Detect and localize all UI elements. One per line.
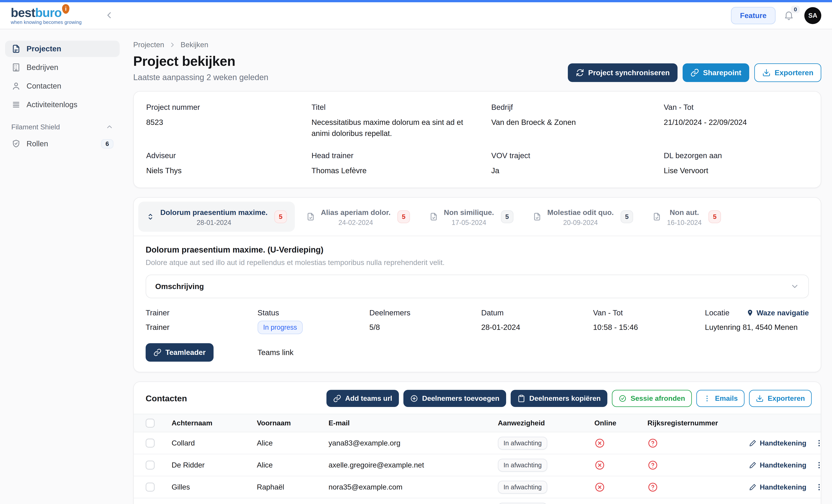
check-circle-icon [619, 395, 627, 402]
cell-achternaam: Gilles [172, 483, 257, 491]
dots-vertical-icon [815, 461, 821, 469]
file-check-icon [532, 212, 542, 221]
cell-email: axelle.gregoire@example.net [329, 461, 498, 469]
add-participants-button[interactable]: Deelnemers toevoegen [404, 390, 506, 407]
field-label: Titel [312, 103, 478, 112]
sidebar-item-projecten[interactable]: Projecten [5, 41, 120, 57]
map-pin-icon [746, 309, 754, 317]
breadcrumb-projecten[interactable]: Projecten [133, 41, 164, 49]
pencil-icon [749, 461, 756, 469]
field-value: Necessitatibus maxime dolorum ea sint ad… [312, 117, 475, 139]
field-label: Bedrijf [491, 103, 650, 112]
row-menu-button[interactable] [814, 482, 821, 493]
session-tab-3[interactable]: Non similique.17-05-2024 5 [421, 202, 521, 232]
feature-button[interactable]: Feature [731, 7, 776, 24]
cell-voornaam: Alice [257, 439, 329, 447]
field-label: Van - Tot [664, 103, 808, 112]
field-value: 8523 [146, 117, 298, 128]
rollen-count-badge: 6 [101, 139, 113, 149]
table-header-row: Achternaam Voornaam E-mail Aanwezigheid … [134, 414, 821, 432]
sidebar-item-label: Rollen [27, 139, 48, 148]
avatar[interactable]: SA [804, 7, 821, 24]
field-label: Head trainer [312, 151, 478, 160]
logo-text-buro: buro [35, 6, 62, 19]
info-field: Head trainer Thomas Lefèvre [312, 151, 478, 176]
info-field: Van - Tot 21/10/2024 - 22/09/2024 [664, 103, 808, 139]
field-label: DL bezorgen aan [664, 151, 808, 160]
table-row: Gilles Raphaël nora35@example.com In afw… [134, 476, 821, 498]
copy-participants-button[interactable]: Deelnemers kopiëren [511, 390, 607, 407]
col-rijksregisternummer: Rijksregisternummer [647, 419, 749, 427]
tab-count-badge: 5 [274, 210, 287, 223]
select-all-checkbox[interactable] [146, 419, 155, 428]
app-root: best buro i when knowing becomes growing… [0, 0, 832, 504]
document-icon [11, 44, 21, 54]
sidebar-item-bedrijven[interactable]: Bedrijven [5, 59, 120, 76]
sidebar-item-rollen[interactable]: Rollen 6 [5, 136, 120, 152]
field-value: Thomas Lefèvre [312, 165, 475, 176]
row-checkbox[interactable] [146, 439, 155, 448]
sidebar-section-filament-shield[interactable]: Filament Shield [5, 123, 120, 131]
info-field: Bedrijf Van den Broeck & Zonen [491, 103, 650, 139]
sidebar-item-activiteitenlogs[interactable]: Activiteitenlogs [5, 97, 120, 113]
last-modified-text: Laatste aanpassing 2 weken geleden [133, 73, 268, 82]
bestburo-logo[interactable]: best buro i when knowing becomes growing [11, 6, 82, 25]
breadcrumb-bekijken: Bekijken [181, 41, 208, 49]
detail-van-tot: Van - Tot 10:58 - 15:46 [593, 309, 697, 334]
sync-project-button[interactable]: Project synchroniseren [568, 63, 678, 82]
row-checkbox[interactable] [146, 482, 155, 492]
row-menu-button[interactable] [814, 438, 821, 449]
field-value: Van den Broeck & Zonen [491, 117, 650, 128]
sidebar-item-label: Contacten [27, 82, 61, 90]
sidebar-item-label: Activiteitenlogs [27, 100, 77, 109]
field-label: VOV traject [491, 151, 650, 160]
sidebar-item-contacten[interactable]: Contacten [5, 78, 120, 94]
session-tab-4[interactable]: Molestiae odit quo.20-09-2024 5 [525, 202, 641, 232]
info-field: Titel Necessitatibus maxime dolorum ea s… [312, 103, 478, 139]
teams-link-label: Teams link [258, 348, 362, 357]
logo-i-badge: i [62, 4, 70, 14]
sidebar-item-label: Bedrijven [27, 63, 58, 72]
waze-navigation-link[interactable]: Waze navigatie [746, 309, 809, 317]
signature-button[interactable]: Handtekening [749, 461, 806, 469]
emails-button[interactable]: Emails [696, 390, 745, 407]
shield-check-icon [11, 139, 21, 149]
dots-vertical-icon [815, 439, 821, 447]
notifications-button[interactable]: 0 [783, 10, 794, 21]
file-check-icon [306, 212, 315, 221]
row-menu-button[interactable] [814, 460, 821, 471]
signature-button[interactable]: Handtekening [749, 483, 806, 491]
table-row: Lefebvre Laura lara78@example.org In afw… [134, 498, 821, 504]
col-online: Online [594, 419, 647, 427]
col-voornaam: Voornaam [257, 419, 329, 427]
export-contacts-button[interactable]: Exporteren [749, 390, 812, 407]
export-button[interactable]: Exporteren [754, 63, 821, 82]
field-value: Ja [491, 165, 650, 176]
info-field: Project nummer 8523 [146, 103, 298, 139]
session-tab-1[interactable]: Dolorum praesentium maxime.28-01-2024 5 [138, 202, 295, 232]
building-icon [11, 63, 21, 72]
rijksregister-unknown-icon [647, 460, 749, 471]
pencil-icon [749, 483, 756, 491]
teamleader-button[interactable]: Teamleader [146, 343, 213, 362]
sharepoint-button[interactable]: Sharepoint [683, 63, 749, 82]
col-achternaam: Achternaam [172, 419, 257, 427]
omschrijving-collapsible[interactable]: Omschrijving [146, 274, 809, 298]
main-content: Projecten Bekijken Project bekijken Laat… [124, 29, 832, 504]
aanwezigheid-badge: In afwachting [498, 437, 547, 450]
session-tab-2[interactable]: Alias aperiam dolor.24-02-2024 5 [298, 202, 418, 232]
tab-count-badge: 5 [397, 210, 410, 223]
signature-button[interactable]: Handtekening [749, 439, 806, 447]
tab-count-badge: 5 [621, 210, 633, 223]
field-label: Project nummer [146, 103, 298, 112]
project-info-grid: Project nummer 8523 Titel Necessitatibus… [146, 103, 808, 176]
add-teams-url-button[interactable]: Add teams url [327, 390, 399, 407]
session-tab-5[interactable]: Non aut.16-10-2024 5 [644, 202, 729, 232]
finish-session-button[interactable]: Sessie afronden [612, 390, 692, 407]
detail-status: Status In progress [258, 309, 362, 334]
info-field: DL bezorgen aan Lise Vervoort [664, 151, 808, 176]
sidebar-collapse-button[interactable] [104, 10, 114, 20]
unfold-icon [146, 213, 155, 221]
row-checkbox[interactable] [146, 460, 155, 470]
aanwezigheid-badge: In afwachting [498, 459, 547, 472]
